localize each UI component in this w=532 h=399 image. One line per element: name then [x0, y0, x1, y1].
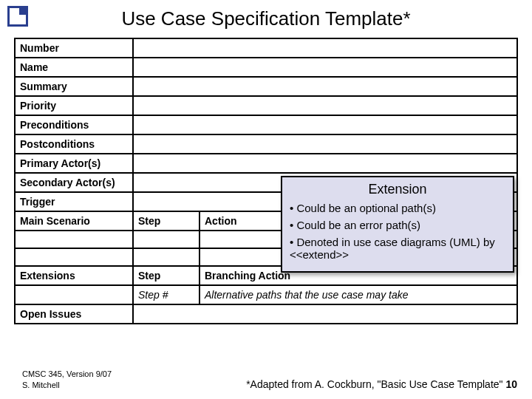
- value-cell: [133, 77, 517, 96]
- label-preconditions: Preconditions: [15, 115, 133, 134]
- header-step: Step: [133, 211, 200, 231]
- value-cell: [133, 58, 517, 77]
- empty-cell: [133, 231, 200, 248]
- value-cell: [133, 154, 517, 173]
- page-number: 10: [505, 378, 517, 390]
- extension-callout: Extension • Could be an optional path(s)…: [281, 176, 514, 273]
- label-open-issues: Open Issues: [15, 304, 133, 324]
- label-name: Name: [15, 58, 133, 77]
- table-row: Open Issues: [15, 304, 517, 324]
- logo-square: [7, 6, 28, 27]
- label-main-scenario: Main Scenario: [15, 211, 133, 231]
- value-cell: [133, 134, 517, 154]
- footer-left: CMSC 345, Version 9/07 S. Mitchell: [22, 369, 112, 390]
- callout-heading: Extension: [290, 182, 505, 197]
- label-trigger: Trigger: [15, 192, 133, 211]
- header-step: Step: [133, 266, 200, 285]
- footer-citation: *Adapted from A. Cockburn, "Basic Use Ca…: [246, 378, 502, 390]
- value-cell: [133, 304, 517, 324]
- callout-bullet: • Denoted in use case diagrams (UML) by …: [290, 236, 505, 261]
- table-row: Number: [15, 38, 517, 58]
- alt-paths-text: Alternative paths that the use case may …: [200, 285, 517, 304]
- label-postconditions: Postconditions: [15, 134, 133, 154]
- footer-author: S. Mitchell: [22, 381, 60, 389]
- empty-cell: [133, 248, 200, 266]
- table-row: Postconditions: [15, 134, 517, 154]
- footer-course: CMSC 345, Version 9/07: [22, 369, 112, 378]
- label-priority: Priority: [15, 96, 133, 115]
- table-row: Step # Alternative paths that the use ca…: [15, 285, 517, 304]
- empty-cell: [15, 248, 133, 266]
- step-number: Step #: [133, 285, 200, 304]
- value-cell: [133, 38, 517, 58]
- label-number: Number: [15, 38, 133, 58]
- callout-bullet: • Could be an optional path(s): [290, 202, 505, 214]
- table-row: Preconditions: [15, 115, 517, 134]
- empty-cell: [15, 231, 133, 248]
- label-primary-actors: Primary Actor(s): [15, 154, 133, 173]
- callout-bullet: • Could be an error path(s): [290, 219, 505, 231]
- label-summary: Summary: [15, 77, 133, 96]
- footer-right: *Adapted from A. Cockburn, "Basic Use Ca…: [246, 378, 517, 390]
- value-cell: [133, 96, 517, 115]
- label-extensions: Extensions: [15, 266, 133, 285]
- table-row: Priority: [15, 96, 517, 115]
- empty-cell: [15, 285, 133, 304]
- table-row: Summary: [15, 77, 517, 96]
- page-title: Use Case Specification Template*: [0, 7, 532, 30]
- value-cell: [133, 115, 517, 134]
- table-row: Name: [15, 58, 517, 77]
- label-secondary-actors: Secondary Actor(s): [15, 173, 133, 192]
- table-row: Primary Actor(s): [15, 154, 517, 173]
